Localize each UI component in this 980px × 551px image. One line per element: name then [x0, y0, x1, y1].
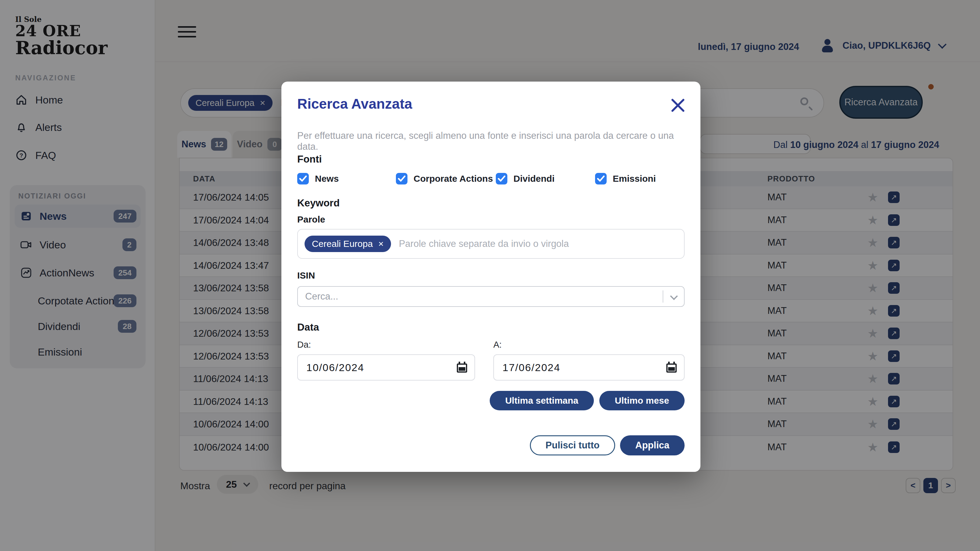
keywords-placeholder: Parole chiave separate da invio o virgol…	[399, 238, 569, 249]
date-to-value: 17/06/2024	[503, 362, 560, 373]
date-to-label: A:	[493, 340, 501, 350]
checkbox-checked-icon	[396, 173, 407, 184]
select-divider	[663, 291, 663, 303]
checkbox-checked-icon	[595, 173, 607, 184]
calendar-icon[interactable]	[457, 362, 467, 373]
close-icon[interactable]	[670, 97, 686, 113]
last-week-button[interactable]: Ultima settimana	[490, 391, 594, 410]
advanced-search-modal: Ricerca Avanzata Per effettuare una rice…	[282, 82, 700, 472]
checkbox-checked-icon	[496, 173, 508, 184]
chip-label: Cereali Europa	[312, 239, 373, 249]
checkbox-checked-icon	[297, 173, 309, 184]
checkbox-dividendi[interactable]: Dividendi	[496, 173, 555, 184]
date-from-value: 10/06/2024	[306, 362, 364, 373]
keyword-section-label: Keyword	[297, 197, 340, 209]
isin-select[interactable]: Cerca...	[297, 286, 685, 307]
fonti-section-label: Fonti	[297, 153, 322, 165]
parole-label: Parole	[297, 214, 325, 225]
isin-placeholder: Cerca...	[305, 291, 338, 302]
checkbox-news[interactable]: News	[297, 173, 339, 184]
keyword-chip[interactable]: Cereali Europa ×	[304, 236, 391, 252]
checkbox-label: Dividendi	[514, 173, 555, 184]
chip-remove-icon[interactable]: ×	[378, 239, 384, 248]
clear-all-button[interactable]: Pulisci tutto	[530, 435, 615, 456]
isin-label: ISIN	[297, 270, 315, 281]
date-from-input[interactable]: 10/06/2024	[297, 354, 475, 381]
checkbox-label: Emissioni	[613, 173, 656, 184]
checkbox-label: Corporate Actions	[414, 173, 493, 184]
modal-title: Ricerca Avanzata	[297, 95, 412, 112]
checkbox-label: News	[315, 173, 339, 184]
data-section-label: Data	[297, 321, 319, 333]
checkbox-corporate-actions[interactable]: Corporate Actions	[396, 173, 493, 184]
chevron-down-icon	[670, 292, 678, 300]
last-month-button[interactable]: Ultimo mese	[599, 391, 685, 410]
modal-subtitle: Per effettuare una ricerca, scegli almen…	[297, 130, 687, 152]
fonti-checkboxes: News Corporate Actions Dividendi Emissio…	[282, 173, 700, 185]
apply-button[interactable]: Applica	[620, 435, 685, 456]
keywords-input[interactable]: Cereali Europa × Parole chiave separate …	[297, 229, 685, 259]
date-to-input[interactable]: 17/06/2024	[493, 354, 685, 381]
calendar-icon[interactable]	[666, 362, 677, 373]
checkbox-emissioni[interactable]: Emissioni	[595, 173, 656, 184]
date-from-label: Da:	[297, 340, 311, 350]
